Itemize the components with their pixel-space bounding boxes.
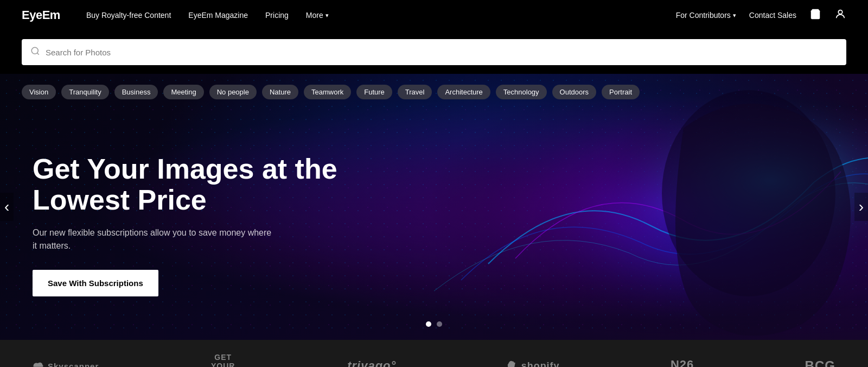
contributors-chevron-icon: ▾ [733,12,736,19]
nav-buy-content[interactable]: Buy Royalty-free Content [86,11,171,20]
hero-subtitle: Our new flexible subscriptions allow you… [33,226,337,252]
carousel-dot-1[interactable] [426,321,431,327]
tag-outdoors[interactable]: Outdoors [552,85,596,99]
tags-row: Vision Tranquility Business Meeting No p… [22,85,640,99]
brand-shopify: shopify [507,360,560,367]
brand-trivago: trivago° [347,359,396,367]
tag-business[interactable]: Business [114,85,158,99]
nav-contact-sales[interactable]: Contact Sales [749,11,796,20]
tag-future[interactable]: Future [356,85,392,99]
hero-section: Vision Tranquility Business Meeting No p… [0,74,868,340]
tag-nature[interactable]: Nature [262,85,298,99]
nav-right: For Contributors ▾ Contact Sales [676,8,846,23]
brand-shopify-label: shopify [521,360,560,367]
tag-no-people[interactable]: No people [209,85,257,99]
tag-teamwork[interactable]: Teamwork [304,85,351,99]
tag-travel[interactable]: Travel [398,85,432,99]
brand-bcg-label: BCG [805,358,835,367]
tag-tranquility[interactable]: Tranquility [61,85,108,99]
brand-n26: N26 [671,358,694,367]
account-icon[interactable] [834,8,846,23]
hero-cta-button[interactable]: Save With Subscriptions [33,270,158,296]
nav-magazine[interactable]: EyeEm Magazine [188,11,248,20]
nav-for-contributors[interactable]: For Contributors ▾ [676,11,736,20]
svg-point-2 [31,47,38,54]
brand-getyourguide-label: GETYOURGUIDE [210,353,237,367]
brand-trivago-label: trivago° [347,359,396,367]
nav-pricing[interactable]: Pricing [265,11,289,20]
search-bar [22,39,846,65]
hero-title: Get Your Images at theLowest Price [33,154,337,216]
logo[interactable]: EyeEm [22,8,60,22]
hero-wave [380,74,868,340]
carousel-dots [426,321,442,327]
brand-bcg: BCG [805,358,835,367]
brand-n26-label: N26 [671,358,694,367]
nav-more[interactable]: More ▾ [306,11,329,20]
tag-architecture[interactable]: Architecture [437,85,490,99]
navbar: EyeEm Buy Royalty-free Content EyeEm Mag… [0,0,868,30]
search-container [0,30,868,74]
tag-vision[interactable]: Vision [22,85,56,99]
nav-links: Buy Royalty-free Content EyeEm Magazine … [86,11,676,20]
search-input[interactable] [46,48,838,57]
brand-skyscanner-label: Skyscanner [48,362,99,367]
hero-content: Get Your Images at theLowest Price Our n… [33,154,337,296]
search-icon [30,46,40,58]
svg-line-3 [37,53,39,54]
brand-skyscanner: Skyscanner [33,361,99,367]
carousel-next-button[interactable]: › [854,193,868,221]
svg-point-1 [838,10,842,14]
carousel-dot-2[interactable] [437,321,442,327]
brand-getyourguide: GETYOURGUIDE [210,353,237,367]
tag-portrait[interactable]: Portrait [602,85,640,99]
carousel-prev-button[interactable]: ‹ [0,193,14,221]
cart-icon[interactable] [809,8,821,23]
more-chevron-icon: ▾ [326,12,329,19]
tag-meeting[interactable]: Meeting [163,85,203,99]
tag-technology[interactable]: Technology [496,85,547,99]
brands-section: Skyscanner GETYOURGUIDE trivago° shopify… [0,340,868,367]
